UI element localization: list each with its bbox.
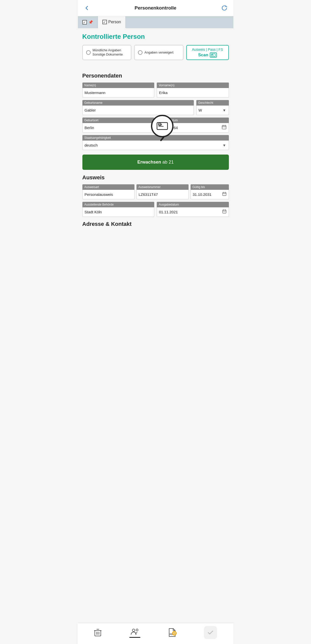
gueltig-bis-input[interactable] <box>191 190 220 199</box>
geschlecht-select[interactable]: W M D <box>197 106 220 115</box>
geburtsort-field: Geburtsort <box>82 118 154 133</box>
adult-banner-text: Erwachsen ab 21 <box>137 160 174 165</box>
ausweisart-field: Ausweisart <box>82 184 134 199</box>
nachname-input[interactable] <box>82 88 154 98</box>
geburtsname-input[interactable] <box>82 106 194 115</box>
staatsang-label: Staatsangehörigkeit <box>82 135 229 141</box>
scan-button-top-label: Ausweis | Pass | FS <box>192 48 223 52</box>
geburtsdatum-calendar-icon[interactable] <box>220 125 229 131</box>
gueltig-bis-field: Gültig bis <box>191 184 229 199</box>
gueltig-bis-wrapper <box>191 190 229 199</box>
ausweis-row1: Ausweisart Ausweisnummer Gültig bis <box>82 184 229 199</box>
vorname-input[interactable] <box>157 88 229 98</box>
main-content: Kontrollierte Person Mündliche Angaben S… <box>78 28 233 251</box>
tab-person[interactable]: ✓ Person <box>98 16 126 28</box>
scan-label: Scan <box>198 53 208 58</box>
ausweisart-input[interactable] <box>82 190 134 199</box>
radio-circle-verweigert <box>138 50 142 55</box>
geschlecht-arrow-icon: ▼ <box>220 108 229 112</box>
geburtsname-label: Geburtsname <box>82 100 194 106</box>
spacer <box>82 229 229 251</box>
ausgabedatum-label: Ausgabedatum <box>157 202 229 207</box>
nachname-field: Name(n) <box>82 83 154 98</box>
page-title: Personenkontrolle <box>91 5 220 11</box>
staatsang-arrow-icon: ▼ <box>220 143 229 147</box>
vorname-label: Vorname(n) <box>157 83 229 88</box>
ausweis-row2: Ausstellende Behörde Ausgabedatum <box>82 202 229 217</box>
geburtsort-input[interactable] <box>82 123 154 133</box>
tab-bar: ✓ 📌 ✓ Person <box>78 16 233 28</box>
svg-rect-12 <box>222 193 226 196</box>
back-button[interactable] <box>82 4 91 13</box>
ausgabedatum-calendar-icon[interactable] <box>220 209 229 215</box>
geburtsname-field: Geburtsname <box>82 100 194 115</box>
staatsang-select-wrapper: deutsch österreichisch schweizerisch ▼ <box>82 141 229 150</box>
scan-button-bottom: Scan <box>198 53 217 58</box>
ausgabedatum-input[interactable] <box>157 207 220 217</box>
personendaten-title: Personendaten <box>82 73 229 79</box>
ausweisnummer-label: Ausweisnummer <box>136 184 189 190</box>
gueltig-bis-calendar-icon[interactable] <box>220 192 229 197</box>
geschlecht-label: Geschlecht <box>196 100 229 106</box>
tab-person-label: Person <box>108 20 121 24</box>
staatsang-select[interactable]: deutsch österreichisch schweizerisch <box>83 141 220 150</box>
gueltig-bis-label: Gültig bis <box>191 184 229 190</box>
radio-muendlich[interactable]: Mündliche Angaben Sonstige Dokumente <box>82 45 131 60</box>
name-row: Name(n) Vorname(n) <box>82 83 229 98</box>
tab-person-checkbox: ✓ <box>102 20 107 24</box>
geburtsort-label: Geburtsort <box>82 118 154 123</box>
staatsang-field: Staatsangehörigkeit deutsch österreichis… <box>82 135 229 150</box>
scan-button[interactable]: Ausweis | Pass | FS Scan <box>186 45 229 60</box>
geschlecht-select-wrapper: W M D ▼ <box>196 106 229 115</box>
tab-pin-checkbox: ✓ <box>82 20 87 25</box>
ausweisnummer-field: Ausweisnummer <box>136 184 189 199</box>
options-row: Mündliche Angaben Sonstige Dokumente Ang… <box>82 45 229 60</box>
refresh-button[interactable] <box>220 4 229 13</box>
ausstellende-behoerde-input[interactable] <box>82 207 154 217</box>
kontrolle-title: Kontrollierte Person <box>82 33 229 41</box>
scan-id-icon <box>210 53 217 58</box>
svg-rect-3 <box>212 54 213 55</box>
adresse-title: Adresse & Kontakt <box>82 221 229 227</box>
geschlecht-field: Geschlecht W M D ▼ <box>196 100 229 115</box>
ausgabedatum-wrapper <box>157 207 229 217</box>
scan-magnifier <box>151 115 174 137</box>
pin-icon: 📌 <box>88 20 93 25</box>
vorname-field: Vorname(n) <box>157 83 229 98</box>
ausstellende-behoerde-field: Ausstellende Behörde <box>82 202 154 217</box>
ausweisnummer-input[interactable] <box>136 190 189 199</box>
tab-pin[interactable]: ✓ 📌 <box>78 16 98 28</box>
radio-circle-muendlich <box>86 50 91 55</box>
ausweisart-label: Ausweisart <box>82 184 134 190</box>
geburtsname-row: Geburtsname Geschlecht W M D ▼ <box>82 100 229 115</box>
ausweis-title: Ausweis <box>82 174 229 181</box>
app-header: Personenkontrolle <box>78 0 233 16</box>
adult-banner: Erwachsen ab 21 <box>82 155 229 170</box>
ausweis-section: Ausweis Ausweisart Ausweisnummer Gültig … <box>82 174 229 217</box>
ausstellende-behoerde-label: Ausstellende Behörde <box>82 202 154 207</box>
radio-verweigert[interactable]: Angaben verweigert <box>134 45 183 60</box>
svg-rect-16 <box>222 210 226 213</box>
radio-muendlich-label: Mündliche Angaben Sonstige Dokumente <box>93 48 128 57</box>
ausgabedatum-field: Ausgabedatum <box>157 202 229 217</box>
nachname-label: Name(n) <box>82 83 154 88</box>
svg-rect-8 <box>222 126 226 129</box>
staatsang-row: Staatsangehörigkeit deutsch österreichis… <box>82 135 229 150</box>
radio-verweigert-label: Angaben verweigert <box>144 51 174 55</box>
